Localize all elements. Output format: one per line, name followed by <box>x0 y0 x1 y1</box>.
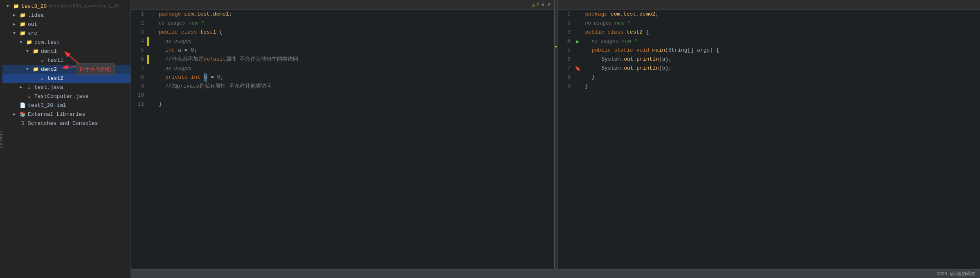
tree-label: src <box>28 30 37 36</box>
java-icon: ☕ <box>25 84 33 91</box>
status-bar: CSDN @沉着的码农 <box>131 269 980 278</box>
code-line: public class test2 { <box>585 28 977 37</box>
line-numbers-2: 1 2 3 4 5 6 7 8 9 <box>557 10 574 269</box>
folder-icon: 📁 <box>19 29 26 37</box>
gutter-cell <box>574 19 582 28</box>
tree-item-test2[interactable]: ☕ test2 <box>2 74 130 83</box>
tree-label: test1 <box>47 57 63 63</box>
tree-item-scratches[interactable]: 🗒 Scratches and Consoles <box>2 119 130 128</box>
ln: 1 <box>557 10 571 19</box>
gutter-cell <box>147 55 155 64</box>
gutter-cell <box>147 82 155 91</box>
code-line: package com.test.demo1; <box>159 10 551 19</box>
ln: 6 <box>131 55 144 64</box>
editor-divider <box>554 0 557 269</box>
code-line: //什么都不加是default属性 不允许其他包中的类访问 <box>159 55 551 64</box>
tree-label: test.java <box>34 84 63 90</box>
code-area-2[interactable]: package com.test.demo2; no usagesnew * p… <box>582 10 977 269</box>
ln: 8 <box>557 73 571 82</box>
tree-item-root[interactable]: ▼ 📁 test3_20 D:\code\2023_java\test3_20 <box>2 2 130 11</box>
gutter-cell <box>574 73 582 82</box>
ln: 7 <box>557 64 571 73</box>
ln: 8 <box>131 73 144 82</box>
ln: 1 <box>131 10 144 19</box>
tree-label: test2 <box>47 75 63 81</box>
code-line: } <box>159 100 551 109</box>
gutter-cell <box>574 28 582 37</box>
tree-item-demo1[interactable]: ▼ 📁 demo1 <box>2 47 130 56</box>
code-line <box>159 109 551 118</box>
folder-icon: 📁 <box>25 38 33 46</box>
code-line: int a = 0; <box>159 46 551 55</box>
code-line: no usagesnew * <box>585 37 977 46</box>
code-area-1[interactable]: package com.test.demo1; no usagesnew * p… <box>155 10 551 269</box>
ln: 5 <box>131 46 144 55</box>
tree-item-iml[interactable]: 📄 test3_20.iml <box>2 101 130 110</box>
code-line: System.out.println(a); <box>585 55 977 64</box>
ln: 11 <box>131 100 144 109</box>
arrow-icon: ▼ <box>13 31 19 36</box>
arrow-icon: ▼ <box>20 40 25 45</box>
arrow-icon: ▼ <box>26 67 32 72</box>
gutter-cell <box>147 91 155 100</box>
tree-item-out[interactable]: ▶ 📁 out <box>2 20 130 29</box>
code-line <box>585 91 977 100</box>
arrow-icon: ▶ <box>13 22 19 27</box>
arrow-icon: ▶ <box>20 85 25 90</box>
code-line: package com.test.demo2; <box>585 10 977 19</box>
gutter-cell <box>147 19 155 28</box>
folder-icon: 📁 <box>32 47 39 55</box>
gutter-cell <box>147 46 155 55</box>
code-line: no usagesnew * <box>159 19 551 28</box>
gutter-cell <box>147 64 155 73</box>
scratch-icon: 🗒 <box>19 120 26 127</box>
ln: 4 <box>131 37 144 46</box>
code-line: public class test1 { <box>159 28 551 37</box>
gutter-cell <box>147 28 155 37</box>
folder-icon: 📁 <box>32 66 39 73</box>
ln: 6 <box>557 55 571 64</box>
sidebar: Commit ▼ 📁 test3_20 D:\code\2023_java\te… <box>0 0 131 278</box>
gutter-cell <box>147 100 155 109</box>
code-line: no usages <box>159 37 551 46</box>
tree-item-testjava[interactable]: ▶ ☕ test.java <box>2 83 130 92</box>
editors-row: ⚠ 4 ∧ ∨ 1 2 3 4 5 6 7 8 9 10 11 <box>131 0 980 269</box>
ln: 4 <box>557 37 571 46</box>
tree-item-testcomputer[interactable]: ☕ TestComputer.java <box>2 92 130 101</box>
code-line: System.out.println(b); <box>585 64 977 73</box>
ln: 2 <box>131 19 144 28</box>
editor-pane-2: 1 2 3 4 5 6 7 8 9 ▶ <box>557 0 980 269</box>
editor-content-2: 1 2 3 4 5 6 7 8 9 ▶ <box>557 10 980 269</box>
folder-icon: 📁 <box>19 20 26 28</box>
tree-label: com.test <box>34 39 60 45</box>
code-line: } <box>585 82 977 91</box>
tree-item-comtest[interactable]: ▼ 📁 com.test <box>2 38 130 47</box>
code-line: } <box>585 73 977 82</box>
gutter-cell <box>147 10 155 19</box>
java-icon: ☕ <box>38 75 46 82</box>
tree-label: demo2 <box>41 66 57 72</box>
tree-item-src[interactable]: ▼ 📁 src <box>2 29 130 38</box>
arrow-icon: ▶ <box>13 13 19 18</box>
nav-arrows[interactable]: ∧ ∨ <box>542 2 551 8</box>
gutter-cell <box>574 10 582 19</box>
commit-label: Commit <box>0 130 4 149</box>
tree-item-idea[interactable]: ▶ 📁 .idea <box>2 11 130 20</box>
ln: 3 <box>557 28 571 37</box>
tree-label: Scratches and Consoles <box>28 120 98 127</box>
run-button[interactable]: ▶ <box>574 37 582 46</box>
code-line: no usages <box>159 64 551 73</box>
code-line: public static void main(String[] args) { <box>585 46 977 55</box>
code-line: private int b = 0; <box>159 73 551 82</box>
ln: 10 <box>131 91 144 100</box>
tree-label: test3_20 <box>21 3 47 9</box>
tree-label: out <box>28 21 37 27</box>
gutter-cell <box>147 73 155 82</box>
arrow-icon: ▶ <box>13 112 19 117</box>
gutter-cell <box>147 37 155 46</box>
code-line <box>159 118 551 127</box>
code-line <box>159 91 551 100</box>
gutter-2: ▶ 🔖 <box>574 10 582 269</box>
ln: 3 <box>131 28 144 37</box>
tree-item-extlib[interactable]: ▶ 📚 External Libraries <box>2 110 130 119</box>
